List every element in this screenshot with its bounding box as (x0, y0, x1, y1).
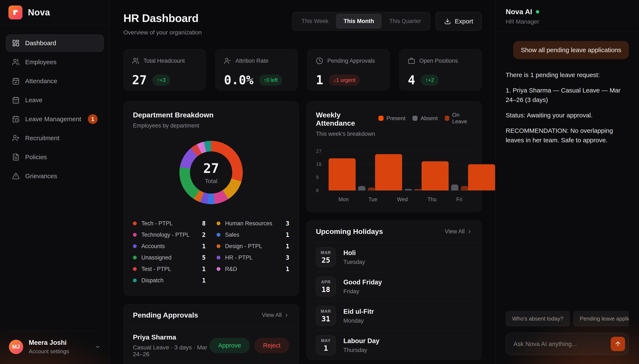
pending-approvals-card: Pending Approvals View All Priya Sharma … (123, 304, 299, 364)
sidebar-item-grievances[interactable]: Grievances (6, 168, 104, 185)
holiday-day: 31 (322, 314, 330, 323)
pending-view-all-link[interactable]: View All (262, 312, 289, 318)
x-axis-label: Tue (368, 196, 377, 202)
bar-on-leave (368, 188, 375, 190)
legend-dot-icon (133, 244, 137, 248)
ai-reply-paragraph: Status: Awaiting your approval. (506, 110, 629, 120)
holiday-month: APR (321, 280, 331, 284)
stat-card-open-positions: Open Positions 4 ↑+2 (399, 49, 482, 90)
legend-item: Design - PTPL1 (217, 240, 289, 252)
weekly-attendance-card: Weekly Attendance This week's breakdown … (306, 101, 482, 212)
bar-present (422, 161, 449, 190)
sidebar-item-label: Leave Management (25, 116, 81, 123)
account-settings-button[interactable]: MJ Meera Joshi Account settings (0, 331, 110, 364)
ai-reply-paragraph: There is 1 pending leave request: (506, 70, 629, 80)
donut-legend: Tech - PTPL8Technology - PTPL2Accounts1U… (133, 218, 289, 286)
legend-item: Accounts1 (133, 240, 206, 252)
legend-label: On Leave (452, 112, 472, 125)
holiday-weekday: Tuesday (343, 259, 365, 266)
stat-label: Attrition Rate (235, 58, 268, 64)
chip-pending-leave-applications[interactable]: Pending leave applications (573, 311, 629, 326)
stat-badge: ↑+3 (152, 74, 170, 86)
chip-whos-absent-today[interactable]: Who's absent today? (506, 311, 570, 326)
download-icon (444, 18, 451, 25)
layout-dashboard-icon (12, 39, 20, 47)
legend-label: Test - PTPL (141, 266, 197, 272)
holiday-info: Eid ul-FitrMonday (343, 308, 374, 324)
attendance-legend-item: Present (379, 115, 406, 122)
holiday-name: Good Friday (343, 278, 382, 286)
quick-prompt-chips: Who's absent today? Pending leave applic… (506, 311, 629, 326)
legend-dot-icon (133, 278, 137, 282)
legend-value: 1 (202, 243, 206, 250)
sidebar-item-leave[interactable]: Leave (6, 92, 104, 109)
ai-chat-input[interactable] (506, 333, 629, 355)
leave-management-count-badge: 1 (88, 114, 98, 124)
stat-value: 4 (408, 73, 415, 87)
donut-total-label: Total (205, 178, 217, 184)
bar-group (329, 151, 375, 190)
stat-card-attrition-rate: Attrition Rate 0.0% ↑0 left (215, 49, 298, 90)
legend-item: Tech - PTPL8 (133, 218, 206, 229)
stat-badge: ↑0 left (259, 74, 282, 86)
user-plus-icon (12, 134, 20, 142)
card-title: Weekly Attendance (316, 111, 379, 127)
attendance-legend-item: Absent (413, 115, 438, 122)
card-title: Department Breakdown (133, 111, 289, 119)
sidebar-item-leave-management[interactable]: Leave Management 1 (6, 110, 104, 128)
legend-value: 1 (202, 266, 206, 272)
legend-label: Present (387, 115, 406, 122)
holiday-weekday: Thursday (343, 347, 380, 354)
reject-button[interactable]: Reject (254, 338, 289, 353)
sidebar-item-label: Leave (25, 96, 43, 104)
tab-this-week[interactable]: This Week (294, 14, 336, 29)
sidebar-item-attendance[interactable]: Attendance (6, 72, 104, 90)
page-header: HR Dashboard Overview of your organizati… (123, 12, 482, 36)
sidebar-item-label: Employees (25, 58, 57, 66)
legend-value: 3 (286, 220, 289, 227)
sidebar-item-employees[interactable]: Employees (6, 54, 104, 71)
card-title: Pending Approvals (133, 311, 198, 319)
holiday-day: 18 (322, 285, 330, 294)
brand-name: Nova (28, 8, 50, 18)
stat-value: 27 (132, 73, 147, 87)
sidebar-item-recruitment[interactable]: Recruitment (6, 130, 104, 147)
approve-button[interactable]: Approve (209, 338, 250, 353)
holiday-item: MAR25HoliTuesday (316, 242, 472, 272)
bar-absent (451, 184, 458, 190)
holiday-date-badge: MAR25 (316, 247, 336, 267)
avatar: MJ (9, 340, 23, 354)
card-subtitle: Employees by department (133, 122, 289, 129)
donut-center: 27 Total (179, 141, 243, 204)
legend-value: 3 (286, 254, 289, 261)
send-button[interactable] (611, 337, 625, 351)
holiday-info: Labour DayThursday (343, 337, 380, 354)
sidebar-item-policies[interactable]: Policies (6, 148, 104, 166)
ai-name: Nova AI (506, 8, 532, 16)
time-range-tabs: This Week This Month This Quarter (292, 12, 430, 30)
tab-this-month[interactable]: This Month (336, 14, 382, 29)
tab-this-quarter[interactable]: This Quarter (382, 14, 429, 29)
alert-triangle-icon (12, 172, 20, 180)
donut-legend-col-1: Tech - PTPL8Technology - PTPL2Accounts1U… (133, 218, 206, 286)
legend-label: HR - PTPL (225, 254, 281, 261)
stat-badge: ↑+2 (421, 74, 439, 86)
attendance-legend-item: On Leave (445, 112, 472, 125)
legend-value: 1 (202, 277, 206, 284)
legend-value: 1 (286, 232, 289, 238)
holiday-item: MAY1Labour DayThursday (316, 331, 472, 360)
online-status-dot (536, 10, 539, 14)
gridline (329, 151, 472, 151)
arrow-up-icon (614, 340, 621, 348)
holiday-month: MAR (321, 250, 331, 255)
briefcase-icon (408, 57, 415, 64)
legend-label: Tech - PTPL (141, 220, 197, 227)
stat-card-pending-approvals: Pending Approvals 1 ↓1 urgent (307, 49, 390, 90)
sidebar-footer: MJ Meera Joshi Account settings (0, 331, 110, 364)
bar-absent (358, 186, 365, 190)
export-button[interactable]: Export (436, 12, 482, 30)
sidebar-item-label: Policies (25, 154, 47, 161)
sidebar-item-dashboard[interactable]: Dashboard (6, 34, 104, 52)
holidays-view-all-link[interactable]: View All (445, 228, 472, 235)
ai-panel-footer: Who's absent today? Pending leave applic… (496, 311, 639, 364)
